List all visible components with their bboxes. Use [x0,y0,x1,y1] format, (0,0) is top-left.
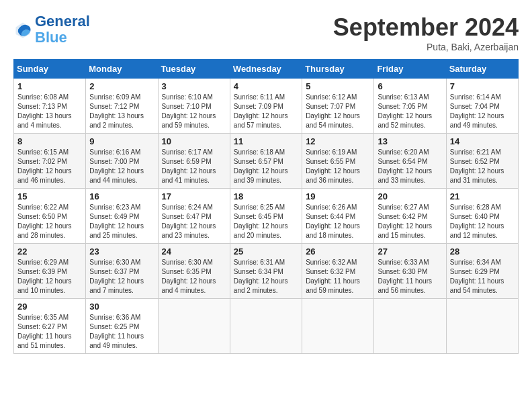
calendar-week-5: 29Sunrise: 6:35 AM Sunset: 6:27 PM Dayli… [14,299,519,354]
calendar-cell: 22Sunrise: 6:29 AM Sunset: 6:39 PM Dayli… [14,244,86,299]
calendar-week-2: 8Sunrise: 6:15 AM Sunset: 7:02 PM Daylig… [14,134,519,189]
calendar-header-row: SundayMondayTuesdayWednesdayThursdayFrid… [14,60,519,79]
day-info: Sunrise: 6:08 AM Sunset: 7:13 PM Dayligh… [17,93,82,130]
header-day-tuesday: Tuesday [158,60,230,79]
calendar-cell: 10Sunrise: 6:17 AM Sunset: 6:59 PM Dayli… [158,134,230,189]
logo-blue: Blue [35,29,67,46]
day-number: 13 [378,136,442,146]
day-number: 20 [378,191,442,201]
calendar-cell: 8Sunrise: 6:15 AM Sunset: 7:02 PM Daylig… [14,134,86,189]
calendar-cell: 25Sunrise: 6:31 AM Sunset: 6:34 PM Dayli… [230,244,302,299]
day-info: Sunrise: 6:17 AM Sunset: 6:59 PM Dayligh… [162,148,226,185]
calendar-cell: 27Sunrise: 6:33 AM Sunset: 6:30 PM Dayli… [374,244,446,299]
day-info: Sunrise: 6:21 AM Sunset: 6:52 PM Dayligh… [450,148,515,185]
month-title: September 2024 [333,13,519,42]
day-info: Sunrise: 6:09 AM Sunset: 7:12 PM Dayligh… [89,93,154,130]
day-number: 6 [378,81,442,91]
day-number: 11 [234,136,298,146]
day-info: Sunrise: 6:28 AM Sunset: 6:40 PM Dayligh… [450,203,515,240]
calendar-cell: 17Sunrise: 6:24 AM Sunset: 6:47 PM Dayli… [158,189,230,244]
day-number: 16 [89,191,154,201]
calendar-week-1: 1Sunrise: 6:08 AM Sunset: 7:13 PM Daylig… [14,79,519,134]
calendar-cell: 6Sunrise: 6:13 AM Sunset: 7:05 PM Daylig… [374,79,446,134]
day-number: 2 [89,81,154,91]
calendar-cell: 14Sunrise: 6:21 AM Sunset: 6:52 PM Dayli… [446,134,518,189]
day-number: 5 [306,81,370,91]
day-number: 8 [17,136,82,146]
day-info: Sunrise: 6:35 AM Sunset: 6:27 PM Dayligh… [17,313,82,351]
day-info: Sunrise: 6:31 AM Sunset: 6:34 PM Dayligh… [234,258,298,295]
logo-general: General [35,13,90,30]
logo: GeneralBlue [13,13,90,46]
page-header: GeneralBlue September 2024 Puta, Baki, A… [13,13,519,52]
day-info: Sunrise: 6:18 AM Sunset: 6:57 PM Dayligh… [234,148,298,185]
calendar-table: SundayMondayTuesdayWednesdayThursdayFrid… [13,59,519,354]
calendar-cell: 20Sunrise: 6:27 AM Sunset: 6:42 PM Dayli… [374,189,446,244]
calendar-cell: 7Sunrise: 6:14 AM Sunset: 7:04 PM Daylig… [446,79,518,134]
day-number: 19 [306,191,370,201]
day-number: 24 [162,246,226,257]
calendar-cell: 18Sunrise: 6:25 AM Sunset: 6:45 PM Dayli… [230,189,302,244]
header-day-wednesday: Wednesday [230,60,302,79]
header-day-thursday: Thursday [302,60,374,79]
day-info: Sunrise: 6:32 AM Sunset: 6:32 PM Dayligh… [306,258,370,295]
day-number: 18 [234,191,298,201]
day-number: 21 [450,191,515,201]
day-number: 25 [234,246,298,257]
calendar-cell: 28Sunrise: 6:34 AM Sunset: 6:29 PM Dayli… [446,244,518,299]
header-day-friday: Friday [374,60,446,79]
calendar-cell: 3Sunrise: 6:10 AM Sunset: 7:10 PM Daylig… [158,79,230,134]
day-info: Sunrise: 6:27 AM Sunset: 6:42 PM Dayligh… [378,203,442,240]
calendar-cell [230,299,302,354]
calendar-cell: 13Sunrise: 6:20 AM Sunset: 6:54 PM Dayli… [374,134,446,189]
header-day-monday: Monday [86,60,158,79]
calendar-cell [302,299,374,354]
day-info: Sunrise: 6:29 AM Sunset: 6:39 PM Dayligh… [17,258,82,295]
day-info: Sunrise: 6:13 AM Sunset: 7:05 PM Dayligh… [378,93,442,130]
day-number: 15 [17,191,82,201]
day-number: 12 [306,136,370,146]
calendar-cell: 30Sunrise: 6:36 AM Sunset: 6:25 PM Dayli… [86,299,158,354]
calendar-cell: 12Sunrise: 6:19 AM Sunset: 6:55 PM Dayli… [302,134,374,189]
calendar-cell [446,299,518,354]
calendar-cell: 19Sunrise: 6:26 AM Sunset: 6:44 PM Dayli… [302,189,374,244]
day-number: 10 [162,136,226,146]
day-info: Sunrise: 6:25 AM Sunset: 6:45 PM Dayligh… [234,203,298,240]
day-number: 23 [89,246,154,257]
day-info: Sunrise: 6:34 AM Sunset: 6:29 PM Dayligh… [450,258,515,295]
day-number: 17 [162,191,226,201]
calendar-cell [374,299,446,354]
day-info: Sunrise: 6:24 AM Sunset: 6:47 PM Dayligh… [162,203,226,240]
day-info: Sunrise: 6:36 AM Sunset: 6:25 PM Dayligh… [89,313,154,351]
day-number: 28 [450,246,515,257]
day-info: Sunrise: 6:10 AM Sunset: 7:10 PM Dayligh… [162,93,226,130]
calendar-week-3: 15Sunrise: 6:22 AM Sunset: 6:50 PM Dayli… [14,189,519,244]
calendar-cell: 1Sunrise: 6:08 AM Sunset: 7:13 PM Daylig… [14,79,86,134]
day-number: 29 [17,302,82,312]
calendar-cell: 29Sunrise: 6:35 AM Sunset: 6:27 PM Dayli… [14,299,86,354]
day-info: Sunrise: 6:12 AM Sunset: 7:07 PM Dayligh… [306,93,370,130]
day-number: 26 [306,246,370,257]
day-number: 30 [89,302,154,312]
day-info: Sunrise: 6:16 AM Sunset: 7:00 PM Dayligh… [89,148,154,185]
calendar-cell: 9Sunrise: 6:16 AM Sunset: 7:00 PM Daylig… [86,134,158,189]
calendar-week-4: 22Sunrise: 6:29 AM Sunset: 6:39 PM Dayli… [14,244,519,299]
calendar-cell: 5Sunrise: 6:12 AM Sunset: 7:07 PM Daylig… [302,79,374,134]
calendar-cell: 15Sunrise: 6:22 AM Sunset: 6:50 PM Dayli… [14,189,86,244]
calendar-cell: 21Sunrise: 6:28 AM Sunset: 6:40 PM Dayli… [446,189,518,244]
day-number: 3 [162,81,226,91]
calendar-cell: 2Sunrise: 6:09 AM Sunset: 7:12 PM Daylig… [86,79,158,134]
day-info: Sunrise: 6:20 AM Sunset: 6:54 PM Dayligh… [378,148,442,185]
calendar-cell: 26Sunrise: 6:32 AM Sunset: 6:32 PM Dayli… [302,244,374,299]
calendar-cell: 23Sunrise: 6:30 AM Sunset: 6:37 PM Dayli… [86,244,158,299]
location-subtitle: Puta, Baki, Azerbaijan [333,42,519,52]
day-number: 9 [89,136,154,146]
logo-icon [13,20,32,39]
day-info: Sunrise: 6:11 AM Sunset: 7:09 PM Dayligh… [234,93,298,130]
calendar-cell [158,299,230,354]
title-block: September 2024 Puta, Baki, Azerbaijan [333,13,519,52]
calendar-cell: 11Sunrise: 6:18 AM Sunset: 6:57 PM Dayli… [230,134,302,189]
day-number: 14 [450,136,515,146]
day-info: Sunrise: 6:26 AM Sunset: 6:44 PM Dayligh… [306,203,370,240]
day-number: 4 [234,81,298,91]
